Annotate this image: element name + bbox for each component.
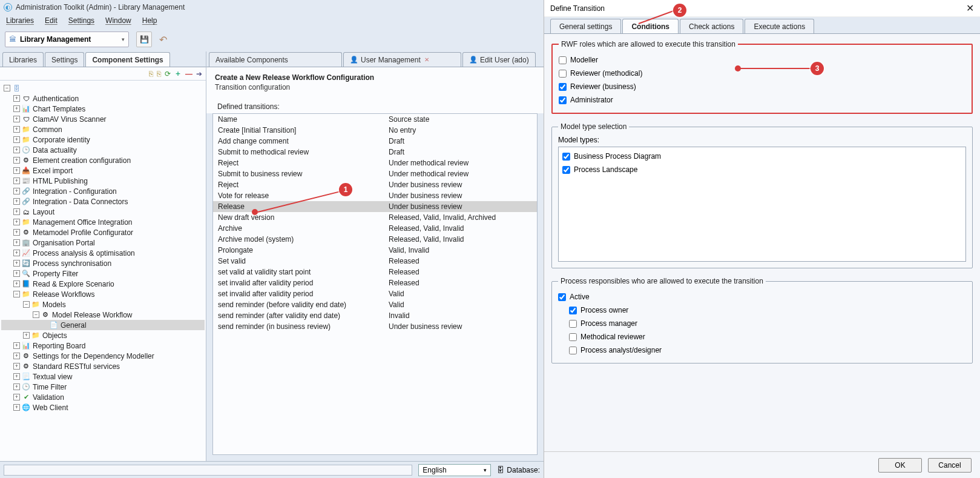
tab-general-settings[interactable]: General settings <box>550 19 621 33</box>
chk-methodical-reviewer[interactable]: Methodical reviewer <box>569 330 966 344</box>
menu-edit[interactable]: Edit <box>45 16 58 25</box>
tree-item[interactable]: +Process synchronisation <box>1 258 205 268</box>
table-row[interactable]: ProlongateValid, Invalid <box>213 245 537 256</box>
tree-item[interactable]: +Layout <box>1 207 205 217</box>
chk-process-manager[interactable]: Process manager <box>569 317 966 330</box>
tree-item[interactable]: +Settings for the Dependency Modeller <box>1 351 205 361</box>
chk-active[interactable]: Active <box>558 290 966 304</box>
tab-libraries[interactable]: Libraries <box>2 52 44 67</box>
expander-icon[interactable]: + <box>13 157 20 164</box>
undo-button[interactable]: ↶ <box>159 34 167 45</box>
menu-settings[interactable]: Settings <box>68 16 94 25</box>
tree-item[interactable]: +Process analysis & optimisation <box>1 248 205 258</box>
table-row[interactable]: Submit to business reviewUnder methodica… <box>213 168 537 179</box>
expander-icon[interactable]: + <box>23 332 30 339</box>
tree-item[interactable]: +Time Filter <box>1 382 205 392</box>
expander-icon[interactable]: + <box>13 342 20 349</box>
tree-item[interactable]: −Release Workflows <box>1 289 205 299</box>
tab-available-components[interactable]: Available Components <box>209 52 342 67</box>
tab-component-settings[interactable]: Component Settings <box>85 52 169 67</box>
tree-root[interactable]: − 🗄 <box>1 83 205 93</box>
tree-item[interactable]: +Common <box>1 124 205 134</box>
refresh-icon[interactable]: ⟳ <box>165 70 171 78</box>
tab-check-actions[interactable]: Check actions <box>680 19 743 33</box>
expander-icon[interactable]: + <box>13 363 20 370</box>
expander-icon[interactable]: + <box>13 188 20 194</box>
expander-icon[interactable]: + <box>13 394 20 400</box>
tree-item[interactable]: +Web Client <box>1 402 205 413</box>
cancel-button[interactable]: Cancel <box>928 458 972 473</box>
expander-icon[interactable]: − <box>4 85 10 91</box>
expander-icon[interactable]: + <box>13 126 20 133</box>
table-row[interactable]: set invalid after validity periodRelease… <box>213 277 537 288</box>
expander-icon[interactable]: + <box>13 239 20 246</box>
expander-icon[interactable]: + <box>13 260 20 267</box>
tree-item[interactable]: +Data actuality <box>1 145 205 155</box>
expander-icon[interactable]: + <box>13 95 20 102</box>
tree-item[interactable]: +Management Office Integration <box>1 217 205 227</box>
table-row[interactable]: set valid at validity start pointRelease… <box>213 267 537 277</box>
tab-settings[interactable]: Settings <box>45 52 84 67</box>
table-row[interactable]: RejectUnder business review <box>213 179 537 190</box>
expander-icon[interactable]: + <box>13 229 20 236</box>
expander-icon[interactable]: − <box>13 291 20 297</box>
move-icon[interactable]: ➔ <box>196 70 202 78</box>
expander-icon[interactable]: + <box>13 250 20 256</box>
save-button[interactable]: 💾 <box>136 32 152 47</box>
tree-item[interactable]: +Read & Explore Scenario <box>1 279 205 289</box>
expander-icon[interactable]: + <box>13 167 20 174</box>
table-row[interactable]: Set validReleased <box>213 256 537 267</box>
tree-item[interactable]: +HTML Publishing <box>1 176 205 186</box>
expander-icon[interactable]: + <box>13 219 20 225</box>
expander-icon[interactable]: − <box>33 311 39 318</box>
library-dropdown[interactable]: 🏛 Library Management ▾ <box>5 32 129 47</box>
expander-icon[interactable]: + <box>13 136 20 143</box>
expander-icon[interactable]: + <box>13 198 20 205</box>
menu-libraries[interactable]: Libraries <box>6 16 34 25</box>
chk-process-owner[interactable]: Process owner <box>569 304 966 317</box>
expander-icon[interactable]: + <box>13 105 20 112</box>
expander-icon[interactable]: + <box>13 280 20 287</box>
ok-button[interactable]: OK <box>878 458 922 473</box>
language-dropdown[interactable]: English ▾ <box>418 464 491 476</box>
expander-icon[interactable]: + <box>13 373 20 380</box>
tab-edit-user[interactable]: Edit User (ado) <box>462 52 536 67</box>
transitions-table[interactable]: Name Source state Create [Initial Transi… <box>212 113 538 455</box>
tab-conditions[interactable]: Conditions <box>622 19 679 33</box>
tree-item[interactable]: +Reporting Board <box>1 340 205 351</box>
expander-icon[interactable]: + <box>13 383 20 390</box>
table-row[interactable]: send reminder (after validity end date)I… <box>213 310 537 321</box>
table-row[interactable]: Create [Initial Transition]No entry <box>213 125 537 136</box>
table-row[interactable]: ArchiveReleased, Valid, Invalid <box>213 223 537 234</box>
table-row[interactable]: Add change commentDraft <box>213 136 537 147</box>
tree-item[interactable]: +Authentication <box>1 93 205 104</box>
chk-process-analyst[interactable]: Process analyst/designer <box>569 344 966 357</box>
tree-tool-icon[interactable]: ⎘ <box>149 70 153 78</box>
expander-icon[interactable]: + <box>13 404 20 411</box>
add-icon[interactable]: ＋ <box>174 68 182 79</box>
tree-item[interactable]: −Models <box>1 299 205 310</box>
expander-icon[interactable]: + <box>13 116 20 122</box>
table-row[interactable]: set invalid after validity periodValid <box>213 288 537 299</box>
table-row[interactable]: Submit to methodical reviewDraft <box>213 147 537 158</box>
tab-execute-actions[interactable]: Execute actions <box>745 19 814 33</box>
chk-modeller[interactable]: Modeller <box>559 53 965 67</box>
expander-icon[interactable]: − <box>23 301 30 308</box>
tree-item[interactable]: +Metamodel Profile Configurator <box>1 227 205 237</box>
chk-reviewer-business[interactable]: Reviewer (business) <box>559 80 965 93</box>
expander-icon[interactable]: + <box>13 178 20 184</box>
table-row[interactable]: Vote for releaseUnder business review <box>213 190 537 201</box>
tree-item[interactable]: General <box>1 320 205 330</box>
tree-tool-icon[interactable]: ⎘ <box>157 70 161 78</box>
tree-item[interactable]: −Model Release Workflow <box>1 310 205 320</box>
tree-item[interactable]: +Validation <box>1 392 205 402</box>
close-icon[interactable]: ✕ <box>424 56 429 63</box>
expander-icon[interactable]: + <box>13 353 20 359</box>
tree-item[interactable]: +Element creation configuration <box>1 155 205 165</box>
model-types-list[interactable]: Business Process Diagram Process Landsca… <box>558 147 966 262</box>
expander-icon[interactable]: + <box>13 147 20 153</box>
expander-icon[interactable]: + <box>13 208 20 215</box>
tree-item[interactable]: +Excel import <box>1 165 205 176</box>
tree-item[interactable]: +Integration - Configuration <box>1 186 205 196</box>
table-row[interactable]: RejectUnder methodical review <box>213 158 537 168</box>
